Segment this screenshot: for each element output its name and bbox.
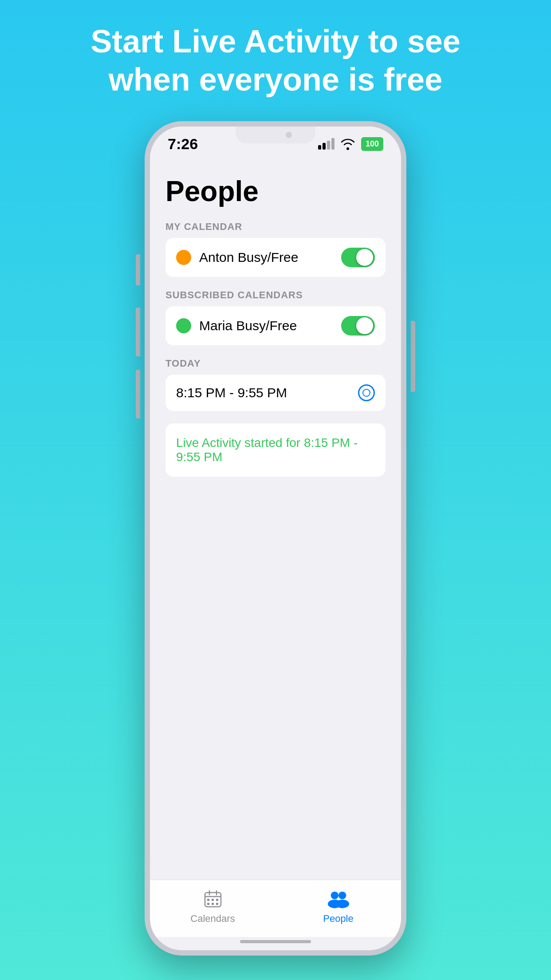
maria-name: Maria Busy/Free — [199, 318, 297, 333]
time-slot-row[interactable]: 8:15 PM - 9:55 PM — [176, 375, 375, 411]
radio-inner-ring — [362, 389, 370, 397]
anton-dot — [176, 250, 191, 265]
calendars-icon — [201, 887, 224, 910]
anton-toggle[interactable] — [341, 248, 375, 267]
signal-bar-1 — [318, 145, 321, 150]
page-title: People — [165, 175, 386, 208]
maria-toggle-knob — [356, 317, 373, 334]
signal-bar-2 — [323, 143, 326, 150]
home-bar — [240, 940, 311, 943]
home-indicator — [150, 937, 401, 950]
volume-up-button — [136, 308, 140, 356]
people-icon — [327, 887, 350, 910]
people-svg-icon — [327, 889, 350, 909]
maria-row-left: Maria Busy/Free — [176, 318, 297, 333]
notch — [236, 126, 315, 143]
wifi-icon — [340, 138, 356, 150]
today-section: TODAY 8:15 PM - 9:55 PM — [165, 358, 386, 411]
status-icons: 100 — [318, 137, 383, 151]
headline-text-2: when everyone is free — [109, 62, 442, 97]
radio-select-icon — [358, 384, 375, 401]
svg-point-11 — [338, 891, 346, 899]
maria-toggle[interactable] — [341, 316, 375, 336]
svg-rect-4 — [207, 899, 209, 901]
svg-rect-7 — [207, 903, 209, 905]
front-camera — [286, 132, 292, 138]
calendar-svg-icon — [203, 889, 223, 909]
phone-frame: 7:26 100 — [145, 121, 406, 956]
svg-rect-9 — [216, 903, 218, 905]
tab-calendars[interactable]: Calendars — [186, 887, 240, 925]
live-activity-text: Live Activity started for 8:15 PM - 9:55… — [176, 436, 358, 464]
status-time: 7:26 — [168, 135, 198, 153]
svg-point-10 — [331, 891, 338, 899]
svg-point-13 — [335, 900, 349, 908]
tab-people[interactable]: People — [312, 887, 365, 925]
anton-row: Anton Busy/Free — [176, 238, 375, 277]
headline: Start Live Activity to see when everyone… — [55, 0, 496, 99]
people-tab-label: People — [323, 913, 354, 925]
battery-indicator: 100 — [361, 137, 383, 151]
headline-text: Start Live Activity to see — [91, 24, 460, 59]
today-label: TODAY — [165, 358, 386, 369]
my-calendar-label: MY CALENDAR — [165, 221, 386, 233]
signal-bar-3 — [327, 141, 330, 150]
calendars-tab-label: Calendars — [190, 913, 235, 925]
anton-name: Anton Busy/Free — [199, 250, 298, 265]
phone-screen: 7:26 100 — [150, 126, 401, 950]
svg-rect-6 — [216, 899, 218, 901]
my-calendar-section: MY CALENDAR Anton Busy/Free — [165, 221, 386, 277]
phone-wrapper: 7:26 100 — [145, 121, 406, 956]
signal-bar-4 — [331, 138, 335, 150]
main-content: People MY CALENDAR Anton Busy/Free — [150, 157, 401, 527]
power-button — [411, 321, 415, 392]
subscribed-calendars-card: Maria Busy/Free — [165, 306, 386, 345]
live-activity-banner: Live Activity started for 8:15 PM - 9:55… — [165, 423, 386, 477]
my-calendar-card: Anton Busy/Free — [165, 238, 386, 277]
subscribed-calendars-section: SUBSCRIBED CALENDARS Maria Busy/Free — [165, 289, 386, 345]
today-card: 8:15 PM - 9:55 PM — [165, 375, 386, 411]
svg-rect-8 — [212, 903, 214, 905]
subscribed-calendars-label: SUBSCRIBED CALENDARS — [165, 289, 386, 301]
tab-bar: Calendars People — [150, 880, 401, 937]
maria-dot — [176, 318, 191, 333]
maria-row: Maria Busy/Free — [176, 306, 375, 345]
anton-row-left: Anton Busy/Free — [176, 250, 298, 265]
content-spacer — [150, 527, 401, 880]
volume-mute-button — [136, 254, 140, 285]
svg-rect-5 — [212, 899, 214, 901]
signal-bars-icon — [318, 138, 335, 150]
volume-down-button — [136, 370, 140, 419]
time-slot-text: 8:15 PM - 9:55 PM — [176, 385, 287, 400]
anton-toggle-knob — [356, 249, 373, 266]
